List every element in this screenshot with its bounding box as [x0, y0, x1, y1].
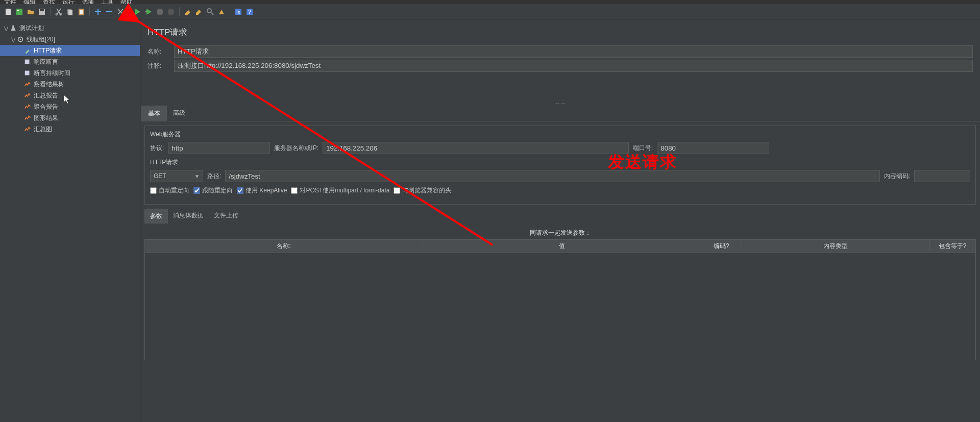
tree-item[interactable]: 断言持续时间 [0, 67, 140, 79]
toggle-icon[interactable] [115, 7, 126, 17]
param-tabs: 参数 消息体数据 文件上传 [144, 209, 976, 224]
paste-icon[interactable] [76, 7, 86, 17]
help-icon[interactable]: ? [244, 7, 255, 17]
svg-rect-22 [25, 71, 30, 76]
tree-item[interactable]: 响应断言 [0, 56, 140, 67]
search-icon[interactable] [205, 7, 215, 17]
pipette-icon [23, 46, 32, 55]
assert-icon [23, 58, 32, 66]
server-input[interactable] [323, 142, 629, 154]
svg-point-20 [20, 39, 21, 40]
col-name[interactable]: 名称: [145, 240, 423, 253]
tree-item[interactable]: 察看结果树 [0, 79, 140, 90]
tab-basic[interactable]: 基本 [141, 106, 167, 121]
section-title: Web服务器 [150, 130, 970, 139]
tree-group[interactable]: ⋁ 线程组[20] [0, 34, 140, 45]
svg-rect-8 [68, 10, 72, 15]
run-icon[interactable] [132, 7, 142, 17]
tree-label: 聚合报告 [34, 103, 58, 111]
menu-item[interactable]: 工具 [101, 0, 113, 4]
tab-body[interactable]: 消息体数据 [168, 209, 209, 224]
clearall-icon[interactable] [194, 7, 204, 17]
keepalive-checkbox[interactable] [237, 187, 243, 194]
encoding-label: 内容编码: [884, 172, 910, 181]
tree-item[interactable]: 汇总报告 [0, 90, 140, 101]
cut-icon[interactable] [54, 7, 64, 17]
col-content-type[interactable]: 内容类型 [742, 240, 930, 253]
tree-item[interactable]: 聚合报告 [0, 101, 140, 112]
svg-rect-10 [80, 10, 83, 14]
function-icon[interactable]: fx [233, 7, 243, 17]
menu-item[interactable]: 编辑 [23, 0, 36, 4]
splitter-handle[interactable]: ⋯⋯ [140, 101, 980, 106]
name-input[interactable] [174, 45, 973, 58]
menu-item[interactable]: 帮助 [120, 0, 133, 4]
tab-upload[interactable]: 文件上传 [209, 209, 243, 224]
reset-search-icon[interactable] [216, 7, 227, 17]
col-value[interactable]: 值 [423, 240, 701, 253]
web-server-section: Web服务器 协议: 服务器名称或IP: 端口号: HTTP请求 GET ▼ 路… [144, 126, 976, 205]
new-icon[interactable] [3, 7, 13, 17]
chart-icon [23, 114, 32, 122]
stop-icon[interactable] [155, 7, 165, 17]
method-value: GET [154, 172, 166, 180]
encoding-input[interactable] [914, 170, 970, 182]
chart-icon [23, 103, 32, 111]
tree-label: HTTP请求 [34, 46, 62, 55]
chart-icon [23, 91, 32, 100]
open-icon[interactable] [26, 7, 36, 17]
tree-item-http[interactable]: HTTP请求 [0, 45, 140, 56]
run-notimer-icon[interactable] [143, 7, 154, 17]
toolbar: fx ? [0, 4, 980, 19]
svg-rect-11 [145, 11, 146, 12]
collapse-icon[interactable] [104, 7, 114, 17]
menu-item[interactable]: 文件 [4, 0, 16, 4]
template-icon[interactable] [14, 7, 24, 17]
tab-params[interactable]: 参数 [144, 209, 168, 224]
tree-label: 汇总图 [34, 125, 52, 134]
chart-icon [23, 125, 32, 133]
comment-input[interactable] [174, 60, 973, 72]
follow-redirect-checkbox[interactable] [193, 187, 200, 194]
expand-icon[interactable] [93, 7, 103, 17]
chevron-down-icon: ▼ [194, 173, 200, 179]
tree-label: 汇总报告 [34, 91, 58, 100]
chevron-down-icon[interactable]: ⋁ [10, 37, 16, 42]
chevron-down-icon[interactable]: ⋁ [3, 26, 9, 31]
path-input[interactable] [225, 170, 879, 182]
tab-advanced[interactable]: 高级 [167, 106, 191, 121]
col-equal[interactable]: 包含等于? [929, 240, 975, 253]
path-label: 路径: [207, 172, 221, 181]
svg-rect-1 [16, 9, 22, 15]
menu-item[interactable]: 选项 [82, 0, 94, 4]
save-icon[interactable] [37, 7, 47, 17]
method-select[interactable]: GET ▼ [150, 170, 203, 182]
assert-icon [23, 69, 32, 77]
clear-icon[interactable] [183, 7, 193, 17]
svg-marker-13 [168, 9, 174, 15]
section-title: HTTP请求 [150, 158, 970, 167]
name-label: 名称: [148, 47, 174, 56]
protocol-input[interactable] [168, 142, 270, 154]
tree-label: 察看结果树 [34, 80, 64, 89]
auto-redirect-checkbox[interactable] [150, 187, 157, 194]
port-input[interactable] [657, 142, 769, 154]
multipart-checkbox[interactable] [291, 187, 298, 194]
params-table-body[interactable] [144, 253, 976, 360]
cb-label: 与浏览器兼容的头 [402, 186, 451, 195]
tree-item[interactable]: 汇总图 [0, 123, 140, 135]
cb-label: 对POST使用multipart / form-data [300, 186, 389, 195]
menu-item[interactable]: 查找 [43, 0, 55, 4]
params-title: 同请求一起发送参数： [140, 229, 980, 237]
port-label: 端口号: [633, 144, 653, 153]
cb-label: 使用 KeepAlive [246, 186, 287, 195]
browser-headers-checkbox[interactable] [394, 187, 400, 194]
copy-icon[interactable] [65, 7, 75, 17]
col-encode[interactable]: 编码? [701, 240, 742, 253]
tree-item[interactable]: 图形结果 [0, 112, 140, 123]
tree-root[interactable]: ⋁ 测试计划 [0, 22, 140, 34]
svg-rect-21 [25, 60, 30, 64]
cb-label: 跟随重定向 [202, 186, 233, 195]
shutdown-icon[interactable] [166, 7, 176, 17]
menu-item[interactable]: 运行 [62, 0, 75, 4]
